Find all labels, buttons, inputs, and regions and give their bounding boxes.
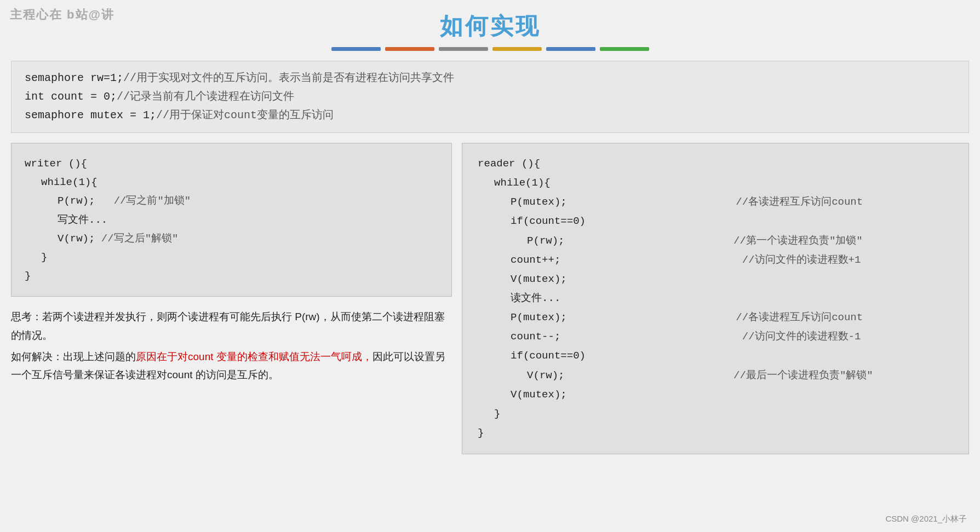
reader-line-4: if(count==0): [478, 212, 953, 231]
color-bar-3: [439, 47, 488, 51]
writer-line-5: V(rw); //写之后"解锁": [25, 229, 438, 248]
color-bar-5: [546, 47, 595, 51]
reader-line-14: }: [478, 404, 953, 424]
reader-line-8: 读文件...: [478, 289, 953, 308]
reader-line-1: reader (){: [478, 154, 953, 174]
top-code-text-2: int count = 0;: [25, 88, 117, 106]
color-bars: [0, 47, 980, 51]
reader-line-9: P(mutex); //各读进程互斥访问count: [478, 308, 953, 327]
writer-line-1: writer (){: [25, 154, 438, 173]
writer-line-2: while(1){: [25, 173, 438, 192]
top-code-line-2: int count = 0; //记录当前有几个读进程在访问文件: [25, 88, 955, 106]
reader-line-12: V(rw); //最后一个读进程负责"解锁": [478, 366, 953, 385]
reader-line-10: count--; //访问文件的读进程数-1: [478, 327, 953, 346]
reader-line-6: count++; //访问文件的读进程数+1: [478, 251, 953, 270]
top-code-text-1: semaphore rw=1;: [25, 69, 123, 88]
reader-line-5: P(rw); //第一个读进程负责"加锁": [478, 232, 953, 251]
top-code-text-3: semaphore mutex = 1;: [25, 106, 156, 125]
reader-line-2: while(1){: [478, 174, 953, 193]
thought-para2: 如何解决：出现上述问题的原因在于对count 变量的检查和赋值无法一气呵成，因此…: [11, 348, 452, 384]
top-code-line-3: semaphore mutex = 1; //用于保证对count变量的互斥访问: [25, 106, 955, 125]
writer-line-3: P(rw); //写之前"加锁": [25, 192, 438, 210]
thought-para1: 思考：若两个读进程并发执行，则两个读进程有可能先后执行 P(rw)，从而使第二个…: [11, 308, 452, 344]
color-bar-1: [331, 47, 381, 51]
csdn-badge: CSDN @2021_小林子: [885, 514, 967, 524]
red-text: 原因在于对count 变量的检查和赋值无法一气呵成，: [136, 351, 372, 362]
reader-code-box: reader (){ while(1){ P(mutex); //各读进程互斥访…: [462, 143, 969, 454]
reader-line-15: }: [478, 424, 953, 443]
writer-line-6: }: [25, 248, 438, 267]
top-code-comment-1: //用于实现对文件的互斥访问。表示当前是否有进程在访问共享文件: [123, 69, 454, 88]
reader-line-11: if(count==0): [478, 346, 953, 366]
watermark: 主程心在 b站@讲: [10, 7, 114, 23]
main-content: writer (){ while(1){ P(rw); //写之前"加锁" 写文…: [11, 143, 969, 454]
top-code-comment-2: //记录当前有几个读进程在访问文件: [117, 88, 294, 106]
reader-line-7: V(mutex);: [478, 270, 953, 289]
writer-line-4: 写文件...: [25, 211, 438, 229]
reader-line-3: P(mutex); //各读进程互斥访问count: [478, 193, 953, 212]
thought-text-block: 思考：若两个读进程并发执行，则两个读进程有可能先后执行 P(rw)，从而使第二个…: [11, 305, 452, 386]
reader-line-13: V(mutex);: [478, 385, 953, 404]
writer-line-7: }: [25, 267, 438, 285]
writer-code-box: writer (){ while(1){ P(rw); //写之前"加锁" 写文…: [11, 143, 452, 297]
top-code-block: semaphore rw=1; //用于实现对文件的互斥访问。表示当前是否有进程…: [11, 61, 969, 133]
color-bar-2: [385, 47, 434, 51]
top-code-comment-3: //用于保证对count变量的互斥访问: [156, 106, 334, 125]
color-bar-6: [600, 47, 649, 51]
left-panel: writer (){ while(1){ P(rw); //写之前"加锁" 写文…: [11, 143, 452, 386]
color-bar-4: [492, 47, 542, 51]
top-code-line-1: semaphore rw=1; //用于实现对文件的互斥访问。表示当前是否有进程…: [25, 69, 955, 88]
right-panel: reader (){ while(1){ P(mutex); //各读进程互斥访…: [462, 143, 969, 454]
page-title: 如何实现: [0, 0, 980, 47]
